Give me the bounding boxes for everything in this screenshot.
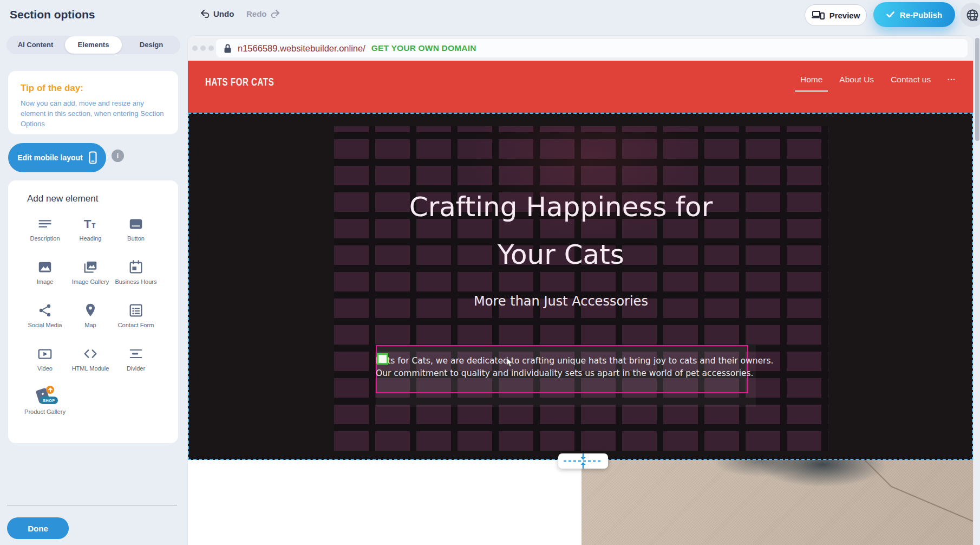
map-pin-icon [82,301,99,320]
element-image-gallery[interactable]: Image Gallery [68,257,113,301]
sidebar-divider [7,505,177,505]
description-line1: Hats for Cats, we are dedicated to craft… [376,355,748,367]
element-heading[interactable]: Tт Heading [68,214,113,257]
site-header[interactable]: HATS FOR CATS Home About Us Contact us •… [188,61,973,113]
hero-heading-line2[interactable]: Your Cats [188,237,934,272]
nav-contact-us[interactable]: Contact us [891,75,931,85]
element-description[interactable]: Description [22,214,68,257]
lock-icon [224,43,232,54]
tip-of-the-day-card: Tip of the day: Now you can add, move an… [8,71,178,134]
mouse-cursor [506,358,513,367]
hero-section[interactable]: Crafting Happiness for Your Cats More th… [188,113,973,460]
undo-label: Undo [213,9,234,18]
product-gallery-icon: SHOP [35,387,55,407]
business-hours-icon [128,257,144,277]
undo-icon [200,10,210,18]
tip-body: Now you can add, move and resize any ele… [21,98,168,129]
description-icon [37,214,53,233]
hero-description[interactable]: Hats for Cats, we are dedicated to craft… [376,355,748,379]
element-contact-form[interactable]: Contact Form [113,301,159,344]
add-element-panel: Add new element Description Tт Heading B… [8,180,178,443]
element-label: Divider [127,365,145,372]
divider-icon [128,344,144,364]
nav-more-icon[interactable]: ••• [948,77,956,82]
code-icon [82,344,99,364]
element-map[interactable]: Map [68,301,113,344]
element-label: HTML Module [72,365,109,372]
element-social-media[interactable]: Social Media [22,301,68,344]
page-title: Section options [10,8,95,21]
edit-mobile-layout-label: Edit mobile layout [17,153,83,162]
preview-label: Preview [829,11,860,20]
element-label: Image [37,278,54,286]
element-button[interactable]: Button [113,214,159,257]
language-button[interactable] [960,3,980,27]
upgrade-arrow-icon [46,386,54,394]
svg-text:т: т [92,220,96,230]
element-label: Map [84,322,96,329]
element-product-gallery[interactable]: SHOP Product Gallery [22,387,68,431]
redo-label: Redo [246,9,267,18]
element-label: Heading [80,235,102,242]
undo-button[interactable]: Undo [200,9,234,18]
canvas-scrollbar[interactable] [975,38,979,141]
element-label: Social Media [28,322,62,329]
site-url: n1566589.websitebuilder.online/ [238,43,365,54]
redo-button[interactable]: Redo [246,9,280,18]
heading-icon: Tт [82,214,99,233]
info-icon[interactable]: i [112,150,124,162]
preview-button[interactable]: Preview [805,4,867,26]
redo-icon [271,10,280,18]
element-grid: Description Tт Heading Button Image [22,214,159,431]
element-video[interactable]: Video [22,344,68,387]
element-divider[interactable]: Divider [113,344,159,387]
tab-ai-content[interactable]: AI Content [7,36,64,54]
republish-label: Re-Publish [900,10,942,20]
republish-button[interactable]: Re-Publish [873,2,955,27]
address-bar[interactable]: n1566589.websitebuilder.online/ GET YOUR… [216,39,968,57]
pavement-seam [800,460,892,487]
nav-about-us[interactable]: About Us [839,75,874,85]
image-icon [37,257,53,277]
tab-design[interactable]: Design [123,36,180,54]
next-section[interactable] [188,460,973,545]
video-icon [37,344,53,364]
browser-preview: n1566589.websitebuilder.online/ GET YOUR… [188,36,973,545]
hero-subheading[interactable]: More than Just Accessories [188,294,934,309]
edit-mobile-layout-button[interactable]: Edit mobile layout [8,143,106,172]
element-label: Image Gallery [72,278,109,286]
element-html-module[interactable]: HTML Module [68,344,113,387]
site-logo[interactable]: HATS FOR CATS [205,75,274,88]
element-label: Product Gallery [24,408,66,416]
element-business-hours[interactable]: Business Hours [113,257,159,301]
element-label: Contact Form [118,322,154,329]
done-button[interactable]: Done [7,517,69,539]
contact-form-icon [128,301,144,320]
hero-heading-line1[interactable]: Crafting Happiness for [188,190,934,224]
globe-icon [965,8,979,22]
element-label: Description [30,235,60,242]
app-window: Section options Undo Redo Preview Re-Pub… [0,0,980,545]
phone-icon [89,151,97,164]
tab-elements[interactable]: Elements [65,36,122,54]
site-nav: Home About Us Contact us ••• [800,75,956,85]
nav-home[interactable]: Home [800,75,822,85]
element-label: Button [127,235,145,242]
description-line2: Our commitment to quality and individual… [376,367,748,380]
section-resize-handle[interactable] [558,453,608,469]
browser-chrome: n1566589.websitebuilder.online/ GET YOUR… [188,36,973,61]
drag-handle[interactable] [377,353,388,365]
pavement-seam [891,486,973,526]
shop-badge: SHOP [40,397,58,404]
element-label: Video [37,365,53,372]
social-media-icon [37,301,53,320]
info-glyph: i [117,152,119,160]
get-domain-link[interactable]: GET YOUR OWN DOMAIN [371,43,476,53]
pavement-image [582,460,973,545]
window-controls [192,46,214,51]
element-image[interactable]: Image [22,257,68,301]
tip-title: Tip of the day: [21,83,83,94]
devices-icon [812,10,825,20]
sidebar-tabs: AI Content Elements Design [6,36,180,54]
check-icon [886,11,894,18]
